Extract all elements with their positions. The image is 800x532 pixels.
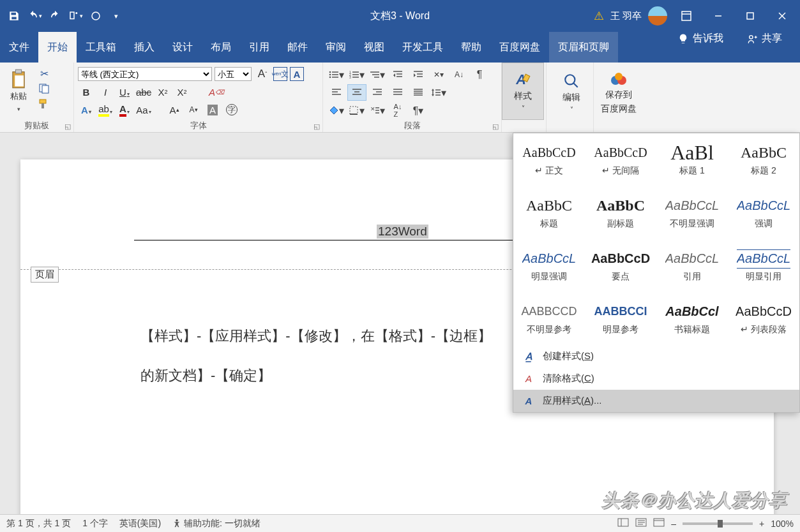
style-cell[interactable]: AaBbCcL明显强调 (513, 239, 585, 292)
subscript-button[interactable]: X2 (155, 84, 171, 100)
paragraph-settings-icon[interactable]: ¶▾ (409, 102, 428, 119)
phonetic-guide-icon[interactable]: wén文 (273, 67, 287, 81)
sort-icon[interactable]: A↓ (449, 66, 469, 83)
tab-layout[interactable]: 布局 (202, 32, 240, 63)
style-cell[interactable]: AaBl标题 1 (656, 133, 728, 186)
tab-references[interactable]: 引用 (240, 32, 278, 63)
customize-qat-icon[interactable]: ▾ (107, 7, 125, 25)
borders-icon[interactable]: ▾ (347, 102, 366, 119)
change-case-icon[interactable]: Aa (135, 102, 152, 117)
font-name-select[interactable]: 等线 (西文正文) (78, 67, 212, 81)
create-style-item[interactable]: A̲ 创建样式(S) (513, 345, 799, 367)
font-color-icon[interactable]: A (116, 102, 133, 117)
style-cell[interactable]: AaBbCcL明显引用 (728, 239, 799, 292)
redo-icon[interactable] (46, 7, 64, 25)
clipboard-launcher-icon[interactable]: ◱ (64, 122, 71, 131)
style-cell[interactable]: AaBbCcl书籍标题 (656, 292, 728, 345)
superscript-button[interactable]: X2 (174, 84, 190, 100)
style-cell[interactable]: AaBbC标题 2 (728, 133, 799, 186)
character-border-icon[interactable]: A (290, 67, 304, 81)
shrink-font-icon[interactable]: A▾ (185, 102, 202, 117)
circle-icon[interactable] (87, 7, 105, 25)
tab-review[interactable]: 审阅 (317, 32, 355, 63)
shading-icon[interactable]: ▾ (327, 102, 346, 119)
show-marks-icon[interactable]: ¶ (470, 66, 489, 83)
page-status[interactable]: 第 1 页，共 1 页 (6, 518, 71, 529)
baidu-save-button[interactable]: 保存到 百度网盘 (598, 64, 640, 121)
sort2-icon[interactable]: A↓Z (388, 102, 407, 119)
multilevel-list-icon[interactable]: ▾ (368, 66, 387, 83)
align-left-icon[interactable] (327, 84, 346, 101)
character-shading-icon[interactable]: A (204, 102, 221, 117)
align-right-icon[interactable] (368, 84, 387, 101)
zoom-level[interactable]: 100% (771, 519, 794, 529)
text-effects-icon[interactable]: A (78, 102, 94, 117)
numbering-icon[interactable]: 123▾ (347, 66, 366, 83)
paragraph-launcher-icon[interactable]: ◱ (492, 122, 499, 131)
header-text[interactable]: 123Word (377, 225, 428, 239)
share-button[interactable]: 共享 (739, 32, 791, 45)
user-name[interactable]: 王 羽卒 (610, 10, 642, 22)
tab-home[interactable]: 开始 (38, 32, 77, 63)
line-spacing-icon[interactable]: ▾ (429, 84, 448, 101)
apply-style-item[interactable]: A 应用样式(A)... (513, 390, 799, 412)
style-cell[interactable]: AaBbCcD要点 (585, 239, 656, 292)
enclose-char-icon[interactable]: 字 (223, 102, 240, 117)
minimize-icon[interactable] (706, 6, 731, 26)
language-status[interactable]: 英语(美国) (119, 518, 161, 529)
zoom-out-icon[interactable]: – (671, 519, 676, 529)
styles-button[interactable]: A 样式 ˅ (502, 63, 544, 120)
style-cell[interactable]: AaBbCcL引用 (656, 239, 728, 292)
tell-me[interactable]: 告诉我 (677, 32, 723, 45)
cut-icon[interactable]: ✂ (36, 66, 52, 80)
tab-file[interactable]: 文件 (0, 32, 38, 63)
clear-format-item[interactable]: A 清除格式(C) (513, 367, 799, 390)
style-cell[interactable]: AaBbC标题 (513, 186, 585, 239)
tab-mail[interactable]: 邮件 (278, 32, 317, 63)
format-painter-icon[interactable] (36, 97, 52, 111)
font-launcher-icon[interactable]: ◱ (313, 122, 320, 131)
bullets-icon[interactable]: ▾ (327, 66, 346, 83)
align-distributed-icon[interactable] (409, 84, 428, 101)
avatar[interactable] (648, 6, 667, 26)
tab-header-footer[interactable]: 页眉和页脚 (549, 32, 618, 63)
highlight-icon[interactable]: ab (97, 102, 114, 117)
style-cell[interactable]: AABBCCD不明显参考 (513, 292, 585, 345)
tab-baidu[interactable]: 百度网盘 (490, 32, 549, 63)
undo-icon[interactable]: ▾ (26, 7, 43, 25)
style-cell[interactable]: AaBbCcL强调 (728, 186, 799, 239)
style-cell[interactable]: AaBbC副标题 (585, 186, 656, 239)
maximize-icon[interactable] (737, 6, 763, 26)
touch-mode-icon[interactable]: ▾ (66, 7, 84, 25)
paste-button[interactable]: 粘贴 (4, 66, 33, 115)
asian-layout-icon[interactable]: ✕▾ (429, 66, 448, 83)
align-center-icon[interactable] (347, 84, 366, 101)
strikethrough-button[interactable]: abc (135, 84, 152, 100)
save-icon[interactable] (5, 7, 23, 25)
grow-font-icon[interactable]: Aˆ (254, 66, 271, 82)
tab-view[interactable]: 视图 (355, 32, 393, 63)
tab-insert[interactable]: 插入 (125, 32, 163, 63)
read-mode-icon[interactable] (635, 518, 647, 529)
tab-developer[interactable]: 开发工具 (393, 32, 452, 63)
snap-to-grid-icon[interactable]: ✕▾ (368, 102, 387, 119)
clear-formatting-icon[interactable]: A⌫ (208, 84, 225, 100)
grow-font2-icon[interactable]: A▴ (166, 102, 183, 117)
tab-design[interactable]: 设计 (163, 32, 202, 63)
align-justify-icon[interactable] (388, 84, 407, 101)
underline-button[interactable]: U (116, 84, 133, 100)
web-layout-icon[interactable] (653, 518, 665, 529)
tab-toolbox[interactable]: 工具箱 (77, 32, 125, 63)
style-cell[interactable]: AaBbCcD↵ 列表段落 (728, 292, 799, 345)
zoom-in-icon[interactable]: + (759, 519, 764, 529)
style-cell[interactable]: AaBbCcD↵ 无间隔 (585, 133, 656, 186)
edit-button[interactable]: 编辑 ˅ (550, 64, 592, 121)
copy-icon[interactable] (36, 82, 52, 96)
word-count[interactable]: 1 个字 (82, 518, 108, 529)
accessibility-status[interactable]: 辅助功能: 一切就绪 (172, 518, 260, 529)
ribbon-display-icon[interactable] (674, 6, 699, 26)
tab-help[interactable]: 帮助 (452, 32, 490, 63)
close-icon[interactable] (769, 6, 795, 26)
style-cell[interactable]: AABBCCI明显参考 (585, 292, 656, 345)
print-layout-icon[interactable] (617, 518, 629, 529)
